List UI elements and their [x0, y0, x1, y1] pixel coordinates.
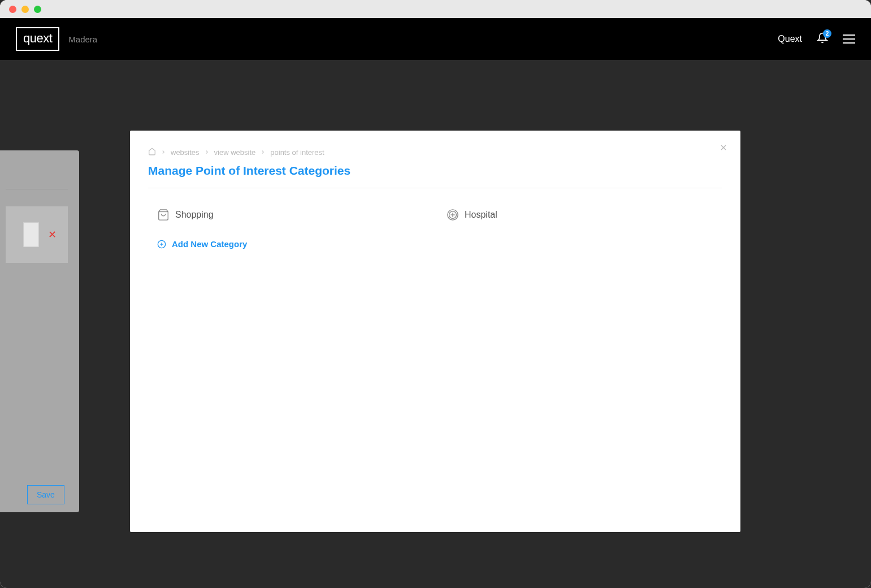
add-category-button[interactable]: Add New Category	[148, 239, 722, 249]
window-maximize-button[interactable]	[34, 6, 41, 13]
background-input	[23, 222, 39, 247]
hospital-icon	[447, 209, 459, 221]
menu-button[interactable]	[843, 34, 855, 44]
shopping-bag-icon	[157, 209, 170, 221]
notifications-button[interactable]: 2	[817, 32, 828, 46]
window-frame: quext Madera Quext 2	[0, 0, 871, 588]
window-titlebar	[0, 0, 871, 18]
app-header: quext Madera Quext 2	[0, 18, 871, 60]
category-item-hospital[interactable]: Hospital	[447, 209, 722, 221]
modal-close-button[interactable]	[719, 143, 728, 154]
categories-grid: Shopping Hospital	[148, 209, 722, 221]
background-field: ✕	[6, 206, 68, 263]
breadcrumb-view-website[interactable]: view website	[214, 148, 256, 157]
main-area: ✕ Save we	[0, 60, 871, 588]
property-name-label: Madera	[68, 34, 97, 44]
close-icon: ✕	[48, 228, 57, 241]
modal-title: Manage Point of Interest Categories	[148, 164, 722, 178]
header-right: Quext 2	[778, 32, 855, 46]
plus-circle-icon	[157, 240, 166, 249]
header-left: quext Madera	[16, 27, 97, 51]
breadcrumb-points-of-interest[interactable]: points of interest	[270, 148, 324, 157]
background-panel: ✕ Save	[0, 150, 79, 512]
home-icon[interactable]	[148, 148, 156, 157]
category-label: Shopping	[175, 210, 214, 220]
add-category-label: Add New Category	[172, 239, 247, 249]
window-minimize-button[interactable]	[21, 6, 29, 13]
user-label[interactable]: Quext	[778, 34, 802, 44]
notification-badge: 2	[823, 29, 831, 38]
breadcrumb-websites[interactable]: websites	[171, 148, 200, 157]
save-button[interactable]: Save	[27, 485, 64, 504]
category-label: Hospital	[465, 210, 497, 220]
chevron-right-icon	[260, 148, 266, 157]
manage-categories-modal: websites view website points of interest…	[130, 131, 740, 532]
window-close-button[interactable]	[9, 6, 16, 13]
category-item-shopping[interactable]: Shopping	[157, 209, 433, 221]
logo[interactable]: quext	[16, 27, 59, 51]
chevron-right-icon	[204, 148, 210, 157]
divider	[148, 188, 722, 188]
chevron-right-icon	[161, 148, 166, 157]
breadcrumb: websites view website points of interest	[148, 148, 722, 157]
